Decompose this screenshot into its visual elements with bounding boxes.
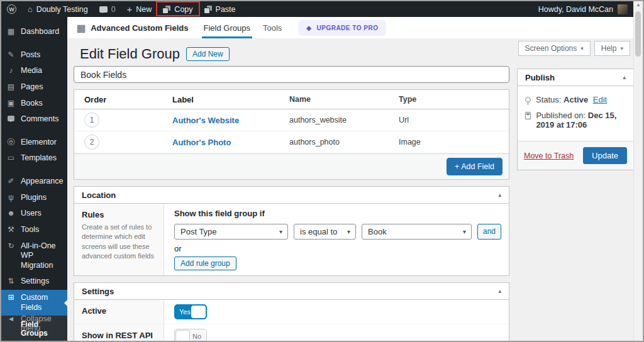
rules-description: Create a set of rules to determine which… xyxy=(82,223,156,262)
settings-icon: ⇅ xyxy=(6,277,16,287)
sidebar-item-label: Dashboard xyxy=(21,27,59,37)
new-content-link[interactable]: + New xyxy=(121,1,158,17)
column-header-name: Name xyxy=(289,95,399,104)
rule-value-select[interactable]: Book ▾ xyxy=(362,224,472,240)
new-label: New xyxy=(136,5,152,14)
table-row: 2 Author's Photo authors_photo Image xyxy=(74,131,509,153)
sidebar-item-media[interactable]: ♪ Media xyxy=(1,63,67,79)
sidebar-item-users[interactable]: ☻ Users xyxy=(1,206,67,222)
sidebar-item-tools[interactable]: ⚒ Tools xyxy=(1,222,67,238)
publish-panel-footer: Move to Trash Update xyxy=(518,141,633,170)
settings-panel-header[interactable]: Settings ▴ xyxy=(74,283,509,300)
sidebar-item-label: Appearance xyxy=(21,177,63,187)
sidebar-item-label: Elementor xyxy=(21,138,57,148)
chevron-down-icon: ▾ xyxy=(580,45,584,52)
sidebar-item-label: Custom Fields xyxy=(21,293,62,312)
help-button[interactable]: Help ▾ xyxy=(594,41,630,56)
migration-icon: ↻ xyxy=(6,241,16,251)
panel-collapse-icon: ▴ xyxy=(498,192,501,198)
sidebar-item-pages[interactable]: ▤ Pages xyxy=(1,79,67,96)
collapse-menu-button[interactable]: ◀ Collapse menu xyxy=(1,311,67,337)
comments-icon xyxy=(6,114,16,124)
field-label-link[interactable]: Author's Photo xyxy=(172,138,231,147)
admin-sidebar: ▦ Dashboard ✎ Posts ♪ Media ▤ Pages ▣ Bo… xyxy=(1,17,67,341)
fields-table-footer: + Add Field xyxy=(74,153,509,179)
sidebar-item-settings[interactable]: ⇅ Settings xyxy=(1,273,67,290)
rest-api-toggle[interactable]: No xyxy=(174,329,207,341)
sidebar-item-templates[interactable]: ▭ Templates xyxy=(1,150,67,167)
active-toggle[interactable]: Yes xyxy=(174,304,207,319)
field-type: Image xyxy=(399,138,509,146)
sidebar-item-label: Templates xyxy=(21,153,57,163)
location-panel: Location ▴ Rules Create a set of rules t… xyxy=(74,186,509,276)
status-line: Status: Active Edit xyxy=(525,95,626,104)
chevron-down-icon: ▾ xyxy=(347,224,350,239)
scrollbar-thumb[interactable] xyxy=(635,11,641,57)
gem-icon: ◆ xyxy=(306,25,311,31)
field-name: authors_website xyxy=(289,116,399,124)
publish-panel: Publish ▴ Status: Active Edit xyxy=(517,69,634,170)
rule-param-select[interactable]: Post Type ▾ xyxy=(174,224,288,240)
field-order-handle[interactable]: 1 xyxy=(84,113,99,128)
copy-button[interactable]: Copy xyxy=(157,1,198,17)
sidebar-item-comments[interactable]: Comments xyxy=(1,111,67,128)
upgrade-label: UPGRADE TO PRO xyxy=(316,25,378,31)
site-name-link[interactable]: ⌂ Doubly Testing xyxy=(22,1,94,17)
comments-link[interactable]: 0 xyxy=(94,1,121,17)
rules-title: Rules xyxy=(82,210,156,219)
toggle-on-label: Yes xyxy=(179,305,191,319)
sidebar-item-label: Media xyxy=(21,66,42,76)
settings-panel: Settings ▴ Active Yes Show in REST API xyxy=(74,282,509,341)
window-scrollbar[interactable]: ▲ xyxy=(633,1,643,341)
scroll-up-icon[interactable]: ▲ xyxy=(634,1,643,10)
published-line: Published on: Dec 15, 2019 at 17:06 xyxy=(525,111,626,130)
paste-icon xyxy=(204,6,212,13)
sidebar-item-posts[interactable]: ✎ Posts xyxy=(1,47,67,63)
publish-panel-header[interactable]: Publish ▴ xyxy=(518,69,633,86)
account-menu[interactable]: Howdy, David McCan xyxy=(532,4,634,14)
move-to-trash-link[interactable]: Move to Trash xyxy=(524,152,574,160)
comments-count: 0 xyxy=(111,5,116,14)
sidebar-item-elementor[interactable]: ⓔ Elementor xyxy=(1,135,67,151)
edit-status-link[interactable]: Edit xyxy=(593,95,607,104)
posts-icon: ✎ xyxy=(6,50,16,60)
sidebar-item-appearance[interactable]: ✐ Appearance xyxy=(1,174,67,190)
panel-collapse-icon: ▴ xyxy=(498,288,501,294)
tab-field-groups[interactable]: Field Groups xyxy=(197,17,257,38)
rule-operator-value: is equal to xyxy=(300,227,337,236)
sidebar-item-dashboard[interactable]: ▦ Dashboard xyxy=(1,24,67,40)
wordpress-menu[interactable]: W xyxy=(1,1,22,17)
field-order-handle[interactable]: 2 xyxy=(84,135,99,150)
sidebar-item-migration[interactable]: ↻ All-in-One WP Migration xyxy=(1,238,67,274)
main-content: ▦ Advanced Custom Fields Field Groups To… xyxy=(67,17,634,341)
home-icon: ⌂ xyxy=(28,5,33,13)
and-button[interactable]: and xyxy=(477,224,501,240)
howdy-text: Howdy, David McCan xyxy=(538,5,613,14)
elementor-icon: ⓔ xyxy=(6,138,16,148)
field-group-title-input[interactable] xyxy=(74,66,509,83)
rule-operator-select[interactable]: is equal to ▾ xyxy=(294,224,356,240)
location-panel-header[interactable]: Location ▴ xyxy=(74,187,509,204)
paste-button[interactable]: Paste xyxy=(199,1,242,17)
sidebar-item-label: Tools xyxy=(21,225,39,235)
screen-options-button[interactable]: Screen Options ▾ xyxy=(518,41,591,56)
acf-brand-icon: ▦ xyxy=(77,23,86,33)
active-menu-notch xyxy=(61,300,67,306)
location-panel-title: Location xyxy=(82,190,116,200)
fields-table-header: Order Label Name Type xyxy=(74,90,509,109)
appearance-icon: ✐ xyxy=(6,177,16,187)
add-rule-group-button[interactable]: Add rule group xyxy=(174,256,236,270)
upgrade-to-pro-button[interactable]: ◆ UPGRADE TO PRO xyxy=(298,20,386,36)
sidebar-item-books[interactable]: ▣ Books xyxy=(1,96,67,112)
add-new-button[interactable]: Add New xyxy=(186,47,230,61)
field-name: authors_photo xyxy=(289,138,399,146)
copy-label: Copy xyxy=(174,5,192,14)
update-button[interactable]: Update xyxy=(583,147,627,164)
sidebar-item-plugins[interactable]: ψ Plugins xyxy=(1,190,67,206)
sidebar-item-label: Posts xyxy=(21,50,40,60)
field-label-link[interactable]: Author's Website xyxy=(172,116,239,125)
tab-tools[interactable]: Tools xyxy=(257,17,288,38)
add-field-button[interactable]: + Add Field xyxy=(447,158,502,175)
plus-icon: + xyxy=(127,4,133,14)
published-label: Published on: xyxy=(536,111,586,120)
